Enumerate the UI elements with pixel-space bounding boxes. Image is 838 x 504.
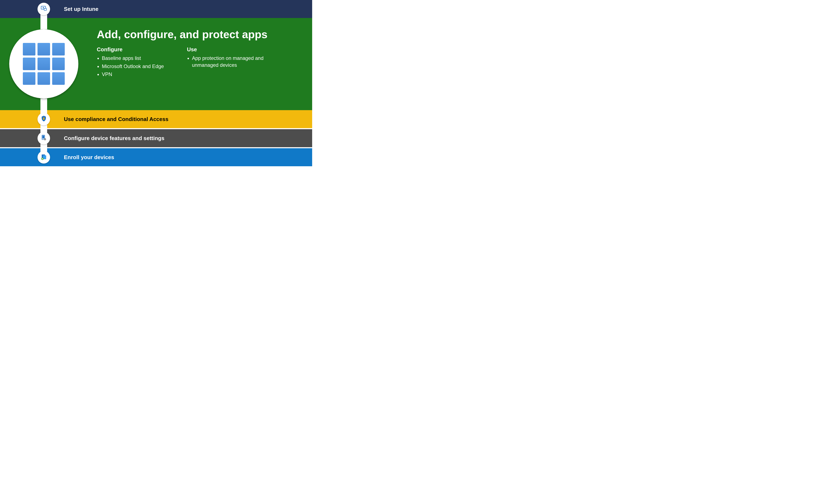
use-column: Use App protection on managed and unmana… bbox=[187, 46, 266, 79]
svg-rect-3 bbox=[43, 118, 45, 120]
step-label: Set up Intune bbox=[64, 6, 99, 12]
step-features: Configure device features and settings bbox=[0, 129, 312, 147]
list-item: App protection on managed and unmanaged … bbox=[192, 55, 266, 69]
configure-column: Configure Baseline apps list Microsoft O… bbox=[97, 46, 164, 79]
features-badge bbox=[37, 132, 50, 144]
use-heading: Use bbox=[187, 46, 266, 53]
list-item: Baseline apps list bbox=[102, 55, 164, 61]
configure-heading: Configure bbox=[97, 46, 164, 53]
step-setup: Set up Intune bbox=[0, 0, 312, 18]
step-enroll: Enroll your devices bbox=[0, 148, 312, 166]
step-apps: Add, configure, and protect apps Configu… bbox=[0, 18, 312, 110]
list-item: Microsoft Outlook and Edge bbox=[102, 63, 164, 70]
configure-list: Baseline apps list Microsoft Outlook and… bbox=[97, 55, 164, 78]
svg-point-1 bbox=[43, 7, 44, 8]
svg-rect-2 bbox=[44, 8, 46, 11]
svg-rect-5 bbox=[42, 136, 45, 139]
device-gear-icon bbox=[40, 134, 47, 142]
connector bbox=[40, 98, 47, 110]
svg-point-7 bbox=[45, 139, 46, 140]
use-list: App protection on managed and unmanaged … bbox=[187, 55, 266, 69]
monitor-icon bbox=[40, 5, 47, 13]
step-label: Use compliance and Conditional Access bbox=[64, 116, 169, 123]
shield-lock-icon bbox=[40, 115, 47, 123]
app-grid-icon bbox=[23, 43, 65, 85]
step-label: Enroll your devices bbox=[64, 154, 114, 161]
main-title: Add, configure, and protect apps bbox=[97, 29, 267, 40]
step-compliance: Use compliance and Conditional Access bbox=[0, 110, 312, 128]
step-label: Configure device features and settings bbox=[64, 135, 164, 142]
enroll-badge bbox=[37, 151, 50, 164]
apps-badge bbox=[9, 29, 78, 98]
compliance-badge bbox=[37, 113, 50, 125]
list-item: VPN bbox=[102, 71, 164, 78]
setup-badge bbox=[37, 3, 50, 15]
connector bbox=[40, 18, 47, 29]
devices-plus-icon bbox=[40, 153, 47, 161]
